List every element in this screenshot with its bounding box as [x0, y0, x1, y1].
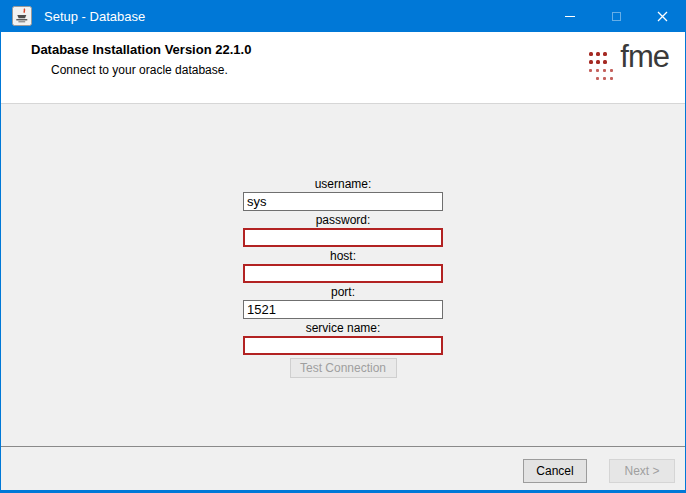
username-field-group: username:	[243, 178, 443, 211]
username-input[interactable]	[243, 192, 443, 211]
cancel-button[interactable]: Cancel	[523, 459, 587, 483]
port-field-group: port:	[243, 286, 443, 319]
close-icon	[657, 11, 668, 22]
port-label: port:	[243, 286, 443, 299]
fme-logo: fme	[589, 32, 685, 103]
minimize-icon	[565, 16, 575, 17]
maximize-icon	[612, 12, 621, 21]
password-input[interactable]	[243, 228, 443, 247]
service-name-input[interactable]	[243, 336, 443, 355]
username-label: username:	[243, 178, 443, 191]
window-controls	[547, 0, 685, 32]
wizard-header-text: Database Installation Version 22.1.0 Con…	[1, 32, 251, 103]
minimize-button[interactable]	[547, 0, 593, 32]
java-setup-coffee-cup-icon	[12, 6, 32, 26]
setup-window: Setup - Database Database Installation V…	[0, 0, 686, 493]
fme-dot-matrix-icon	[589, 50, 617, 82]
titlebar: Setup - Database	[1, 0, 685, 32]
host-label: host:	[243, 250, 443, 263]
test-connection-button[interactable]: Test Connection	[290, 358, 397, 378]
host-input[interactable]	[243, 264, 443, 283]
db-connection-form: username: password: host: port: service …	[243, 178, 443, 378]
wizard-header: Database Installation Version 22.1.0 Con…	[1, 32, 685, 103]
window-title: Setup - Database	[44, 9, 145, 24]
page-subtitle: Connect to your oracle database.	[51, 63, 251, 77]
service-name-field-group: service name:	[243, 322, 443, 355]
content-area: username: password: host: port: service …	[1, 104, 685, 446]
page-title: Database Installation Version 22.1.0	[31, 41, 251, 58]
password-label: password:	[243, 214, 443, 227]
next-button[interactable]: Next >	[609, 459, 675, 483]
close-button[interactable]	[639, 0, 685, 32]
footer-bar: Cancel Next >	[1, 447, 685, 490]
maximize-button	[593, 0, 639, 32]
service-name-label: service name:	[243, 322, 443, 335]
host-field-group: host:	[243, 250, 443, 283]
port-input[interactable]	[243, 300, 443, 319]
fme-logo-text: fme	[620, 42, 669, 72]
password-field-group: password:	[243, 214, 443, 247]
